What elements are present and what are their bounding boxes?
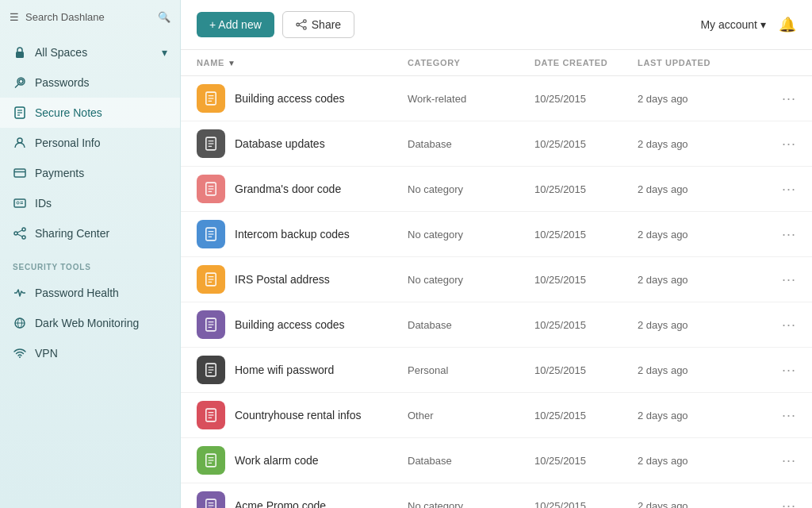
note-date-created: 10/25/2015: [534, 93, 638, 105]
column-category: CATEGORY: [408, 58, 534, 67]
sidebar-item-label: Dark Web Monitoring: [35, 317, 139, 329]
sidebar-item-label: Passwords: [35, 76, 89, 89]
note-category: No category: [408, 274, 534, 286]
main-content: + Add new Share My account ▾ 🔔 NAME ▼ CA…: [181, 0, 812, 508]
chevron-down-icon: ▾: [760, 18, 766, 31]
note-category: Database: [408, 455, 534, 467]
name-cell: Work alarm code: [197, 446, 408, 475]
sidebar-item-vpn[interactable]: VPN: [0, 338, 180, 368]
note-name: Acme Promo code: [235, 499, 326, 508]
more-options-button[interactable]: ···: [764, 226, 796, 243]
globe-icon: [13, 316, 27, 330]
share-icon: [13, 226, 27, 241]
note-last-updated: 2 days ago: [638, 364, 764, 376]
table-row: Work alarm code Database 10/25/2015 2 da…: [181, 438, 812, 483]
table-row: Database updates Database 10/25/2015 2 d…: [181, 121, 812, 167]
hamburger-icon: ☰: [10, 11, 19, 23]
sidebar-item-all-spaces[interactable]: All Spaces ▾: [0, 37, 180, 67]
name-cell: IRS Postal address: [197, 265, 408, 294]
sidebar-item-label: IDs: [35, 197, 52, 210]
more-options-button[interactable]: ···: [764, 407, 796, 424]
note-date-created: 10/25/2015: [534, 229, 638, 241]
sidebar-item-label: Personal Info: [35, 137, 101, 149]
more-options-button[interactable]: ···: [764, 498, 796, 509]
note-color-icon: [197, 129, 225, 158]
table-row: Building access codes Work-related 10/25…: [181, 76, 812, 121]
more-options-button[interactable]: ···: [764, 90, 796, 107]
name-cell: Acme Promo code: [197, 491, 408, 508]
note-date-created: 10/25/2015: [534, 500, 638, 509]
note-date-created: 10/25/2015: [534, 410, 638, 421]
sidebar-item-ids[interactable]: IDs: [0, 188, 180, 218]
wifi-icon: [13, 346, 27, 360]
note-category: Personal: [408, 364, 534, 376]
column-name[interactable]: NAME ▼: [197, 58, 408, 67]
note-category: Other: [408, 410, 534, 421]
note-color-icon: [197, 356, 225, 384]
sidebar-item-passwords[interactable]: Passwords: [0, 67, 180, 98]
sidebar: ☰ Search Dashlane 🔍 All Spaces ▾ Passwor…: [0, 0, 181, 508]
svg-point-22: [297, 23, 300, 26]
sidebar-item-label: Sharing Center: [35, 227, 109, 240]
note-color-icon: [197, 84, 225, 113]
more-options-button[interactable]: ···: [764, 271, 796, 288]
more-options-button[interactable]: ···: [764, 317, 796, 333]
note-date-created: 10/25/2015: [534, 319, 638, 331]
table-row: Grandma's door code No category 10/25/20…: [181, 167, 812, 212]
more-options-button[interactable]: ···: [764, 452, 796, 469]
sidebar-item-payments[interactable]: Payments: [0, 158, 180, 188]
share-label: Share: [312, 18, 341, 31]
sidebar-item-sharing-center[interactable]: Sharing Center: [0, 218, 180, 248]
svg-point-13: [14, 232, 17, 235]
heart-icon: [13, 286, 27, 300]
sidebar-item-dark-web[interactable]: Dark Web Monitoring: [0, 308, 180, 338]
note-name: Building access codes: [235, 318, 345, 331]
more-options-button[interactable]: ···: [764, 362, 796, 379]
notification-bell-icon[interactable]: 🔔: [779, 16, 796, 33]
note-name: Intercom backup codes: [235, 228, 350, 241]
id-icon: [13, 196, 27, 210]
more-options-button[interactable]: ···: [764, 136, 796, 152]
share-icon: [296, 19, 307, 30]
svg-point-21: [303, 20, 306, 23]
note-last-updated: 2 days ago: [638, 455, 764, 467]
note-color-icon: [197, 401, 225, 429]
note-name: Grandma's door code: [235, 183, 341, 195]
svg-point-23: [303, 27, 306, 30]
sidebar-item-personal-info[interactable]: Personal Info: [0, 128, 180, 158]
header-right: My account ▾ 🔔: [700, 16, 796, 33]
sidebar-item-secure-notes[interactable]: Secure Notes: [0, 98, 180, 128]
sidebar-main-section: All Spaces ▾ Passwords Secure Notes Pers…: [0, 34, 180, 252]
note-last-updated: 2 days ago: [638, 500, 764, 509]
sidebar-item-label: VPN: [35, 347, 58, 360]
note-last-updated: 2 days ago: [638, 183, 764, 195]
svg-rect-62: [206, 499, 216, 508]
note-name: Work alarm code: [235, 454, 319, 467]
search-bar[interactable]: ☰ Search Dashlane 🔍: [0, 0, 180, 34]
name-cell: Home wifi password: [197, 356, 408, 384]
sidebar-item-password-health[interactable]: Password Health: [0, 278, 180, 308]
more-options-button[interactable]: ···: [764, 181, 796, 198]
note-category: Work-related: [408, 93, 534, 105]
my-account-button[interactable]: My account ▾: [700, 18, 766, 31]
person-icon: [13, 136, 27, 150]
add-new-button[interactable]: + Add new: [197, 12, 274, 37]
note-category: Database: [408, 138, 534, 150]
note-last-updated: 2 days ago: [638, 319, 764, 331]
my-account-label: My account: [700, 18, 757, 31]
note-name: Database updates: [235, 137, 325, 150]
svg-line-16: [17, 234, 22, 237]
note-last-updated: 2 days ago: [638, 410, 764, 421]
svg-rect-0: [16, 52, 24, 58]
share-button[interactable]: Share: [282, 11, 354, 38]
note-color-icon: [197, 175, 225, 203]
note-category: No category: [408, 500, 534, 509]
svg-rect-8: [14, 199, 25, 207]
table-row: IRS Postal address No category 10/25/201…: [181, 257, 812, 302]
name-cell: Countryhouse rental infos: [197, 401, 408, 429]
lock-icon: [13, 45, 27, 60]
note-last-updated: 2 days ago: [638, 138, 764, 150]
note-color-icon: [197, 446, 225, 475]
name-cell: Database updates: [197, 129, 408, 158]
card-icon: [13, 166, 27, 180]
